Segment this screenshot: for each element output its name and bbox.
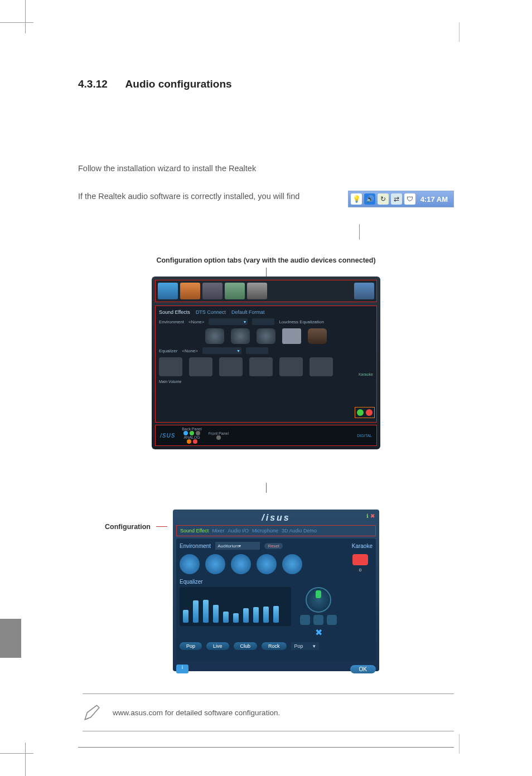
- preset-club[interactable]: Club: [234, 642, 258, 650]
- eq-slider[interactable]: [263, 607, 269, 623]
- tray-refresh-icon[interactable]: ↻: [378, 193, 389, 205]
- port-green[interactable]: [190, 431, 194, 435]
- footer-rule: [78, 747, 454, 748]
- tab-digital[interactable]: [180, 283, 200, 299]
- eq-preset-5[interactable]: [279, 357, 303, 376]
- tab-mixer[interactable]: Mixer: [212, 528, 224, 534]
- tab-linein[interactable]: [225, 283, 245, 299]
- env-icon-2[interactable]: [205, 554, 225, 574]
- eq-slider[interactable]: [193, 600, 199, 623]
- karaoke-icon[interactable]: [352, 554, 368, 565]
- chevron-down-icon: ▾: [313, 643, 316, 649]
- environment-dropdown[interactable]: ▼: [209, 318, 248, 325]
- env-icon-5[interactable]: [282, 554, 302, 574]
- chevron-down-icon: ▼: [236, 349, 240, 353]
- front-panel-label: Front Panel: [209, 431, 229, 435]
- info-icon[interactable]: ℹ: [366, 513, 369, 519]
- main-config-panel: Sound Effects DTS Connect Default Format…: [155, 305, 377, 423]
- xp-environment-dropdown[interactable]: Auditorium▾: [215, 542, 260, 550]
- eq-slider[interactable]: [203, 600, 209, 623]
- port-grey[interactable]: [196, 431, 200, 435]
- loudness-toggle[interactable]: [252, 318, 274, 325]
- tray-clock: 4:17 AM: [420, 195, 451, 203]
- cancel-indicator-icon[interactable]: [366, 409, 373, 416]
- tab-mic[interactable]: [202, 283, 223, 299]
- eq-load-button[interactable]: [300, 615, 310, 625]
- subtab-default-format[interactable]: Default Format: [231, 309, 265, 315]
- tab-folder[interactable]: [354, 283, 374, 299]
- eq-slider[interactable]: [273, 606, 279, 623]
- env-preset-3[interactable]: [257, 328, 275, 344]
- port-red[interactable]: [193, 439, 197, 444]
- eq-dial[interactable]: [306, 587, 331, 613]
- tray-speaker-icon[interactable]: 🔊: [364, 193, 375, 205]
- env-preset-2[interactable]: [231, 328, 250, 344]
- asus-logo: /SUS: [160, 433, 175, 439]
- front-port[interactable]: [216, 435, 221, 440]
- tray-tip-icon[interactable]: 💡: [351, 193, 362, 205]
- eq-slider[interactable]: [183, 610, 188, 623]
- vista-audio-manager-window: Sound Effects DTS Connect Default Format…: [152, 277, 380, 449]
- tray-shield-icon[interactable]: 🛡: [404, 193, 415, 205]
- config-tab-strip: [155, 280, 377, 302]
- close-icon[interactable]: ✖: [370, 513, 375, 519]
- eq-slider[interactable]: [243, 608, 249, 623]
- ok-button[interactable]: OK: [350, 665, 376, 673]
- preset-select[interactable]: Pop▾: [291, 642, 319, 650]
- preset-pop[interactable]: Pop: [180, 642, 202, 650]
- preset-rock[interactable]: Rock: [262, 642, 287, 650]
- env-icon-4[interactable]: [257, 554, 277, 574]
- equalizer-sliders: [180, 587, 291, 626]
- env-preset-1[interactable]: [205, 328, 224, 344]
- environment-label: Environment: [159, 319, 184, 324]
- reset-button[interactable]: Reset: [264, 543, 283, 549]
- front-panel-group: Front Panel: [209, 431, 229, 440]
- xp-info-button[interactable]: i: [176, 665, 188, 673]
- ok-indicator-icon[interactable]: [357, 409, 364, 416]
- eq-preset-1[interactable]: [159, 357, 182, 376]
- env-preset-4[interactable]: [282, 328, 301, 344]
- tab-device-settings[interactable]: [247, 283, 267, 299]
- eq-save-button[interactable]: [313, 615, 323, 625]
- eq-preset-6[interactable]: [309, 357, 333, 376]
- eq-preset-4[interactable]: [249, 357, 273, 376]
- section-number: 4.3.12: [78, 78, 123, 90]
- eq-toggle[interactable]: [246, 347, 268, 354]
- eq-preset-2[interactable]: [189, 357, 212, 376]
- paragraph-install: Follow the installation wizard to instal…: [78, 163, 454, 174]
- tab-speakers[interactable]: [158, 283, 178, 299]
- env-preset-5[interactable]: [308, 328, 327, 344]
- tab-audio-io[interactable]: Audio I/O: [228, 528, 249, 534]
- equalizer-value: <None>: [182, 348, 197, 353]
- eq-slider[interactable]: [253, 607, 259, 623]
- eq-preset-3[interactable]: [219, 357, 243, 376]
- tab-3d-audio-demo[interactable]: 3D Audio Demo: [282, 528, 317, 534]
- eq-slider[interactable]: [223, 612, 229, 623]
- eq-slider[interactable]: [233, 613, 239, 623]
- digital-label: DIGITAL: [357, 434, 372, 438]
- paragraph-tray: If the Realtek audio software is correct…: [78, 191, 338, 202]
- configuration-caption: Configuration: [78, 510, 151, 531]
- tab-sound-effect[interactable]: Sound Effect: [180, 528, 209, 534]
- env-icon-3[interactable]: [231, 554, 251, 574]
- subtab-dts[interactable]: DTS Connect: [196, 309, 226, 315]
- karaoke-number[interactable]: 0: [353, 568, 367, 573]
- eq-slider[interactable]: [213, 605, 219, 623]
- section-heading: 4.3.12 Audio configurations: [78, 78, 454, 90]
- equalizer-dropdown[interactable]: ▼: [202, 347, 241, 354]
- window-controls: ℹ ✖: [366, 513, 375, 519]
- port-orange[interactable]: [187, 439, 191, 444]
- tray-network-icon[interactable]: ⇄: [391, 193, 402, 205]
- xp-environment-label: Environment: [180, 543, 211, 549]
- callout-line: [359, 224, 360, 240]
- note-pen-icon: [83, 703, 101, 722]
- env-icon-1[interactable]: [180, 554, 200, 574]
- eq-delete-button[interactable]: [327, 615, 337, 625]
- back-panel-label: Back Panel: [182, 427, 201, 431]
- subtab-row: Sound Effects DTS Connect Default Format: [159, 309, 373, 315]
- port-blue[interactable]: [183, 431, 188, 435]
- preset-live[interactable]: Live: [206, 642, 229, 650]
- eq-clear-icon[interactable]: ✖: [315, 627, 322, 638]
- subtab-sound-effects[interactable]: Sound Effects: [159, 309, 190, 315]
- tab-microphone[interactable]: Microphone: [252, 528, 278, 534]
